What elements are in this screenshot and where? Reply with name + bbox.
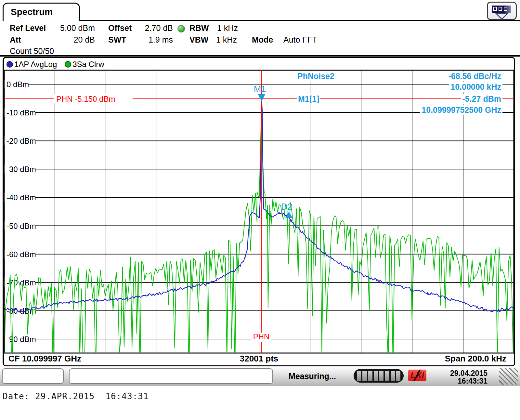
att-label: Att xyxy=(10,35,21,45)
swt-value[interactable]: 1.9 ms xyxy=(136,35,173,45)
status-time: 16:43:31 xyxy=(422,377,488,386)
tab-spectrum[interactable]: Spectrum xyxy=(3,3,80,21)
y-axis-tick: 0 dBm xyxy=(6,80,29,89)
phn-vertical-label: PHN xyxy=(253,332,270,341)
display-menu-button[interactable] xyxy=(487,2,517,20)
m1-readout-label[interactable]: M1[1] xyxy=(297,94,320,104)
vbw-label: VBW xyxy=(189,35,208,45)
phnoise-value: -68.56 dBc/Hz xyxy=(447,72,502,81)
m1-freq-value: 10.09999752500 GHz xyxy=(420,105,502,115)
count-value: Count 50/50 xyxy=(10,46,54,56)
marker-m1-label: M1 xyxy=(254,84,266,94)
header-separator xyxy=(0,55,520,57)
marker-d2[interactable] xyxy=(285,212,292,218)
window-bar-icon xyxy=(492,6,511,13)
vbw-value[interactable]: 1 kHz xyxy=(216,35,237,45)
rbw-label: RBW xyxy=(189,23,209,33)
instrument-screen: Spectrum Ref Level 5.00 dBm Offset 2.70 … xyxy=(0,0,520,420)
y-axis-tick: -40 dBm xyxy=(6,193,36,202)
resize-grip[interactable] xyxy=(499,368,518,385)
mode-value[interactable]: Auto FFT xyxy=(283,35,317,45)
spectrum-plot[interactable]: 0 dBm-10 dBm-20 dBm-30 dBm-40 dBm-50 dBm… xyxy=(4,58,514,365)
softkey-slot-2[interactable] xyxy=(69,368,273,384)
status-led-icon xyxy=(177,25,185,33)
status-bar: Measuring... LXI 29.04.2015 16:43:31 xyxy=(0,367,520,386)
ref-level-value[interactable]: 5.00 dBm xyxy=(52,23,95,33)
softkey-slot-1[interactable] xyxy=(2,368,64,384)
tabbar-divider xyxy=(3,20,520,21)
chevron-down-icon xyxy=(488,13,516,20)
phnoise-offset: 10.00000 kHz xyxy=(449,82,502,92)
center-frequency[interactable]: CF 10.099997 GHz xyxy=(8,354,81,364)
offset-value[interactable]: 2.70 dB xyxy=(136,23,173,33)
swt-label: SWT xyxy=(108,35,126,45)
y-axis-tick: -70 dBm xyxy=(6,278,36,287)
y-axis-tick: -60 dBm xyxy=(6,250,36,259)
marker-d2-label: D2 xyxy=(281,202,292,212)
y-axis-tick: -10 dBm xyxy=(6,108,36,117)
y-axis-tick: -50 dBm xyxy=(6,222,36,230)
tab-title: Spectrum xyxy=(11,7,53,17)
offset-label: Offset xyxy=(108,23,132,33)
y-axis-tick: -20 dBm xyxy=(6,137,36,145)
trace-3sa-clrw xyxy=(4,103,513,365)
status-date: 29.04.2015 xyxy=(422,369,488,378)
sweep-progress-bar xyxy=(354,369,404,383)
m1-level-value: -5.27 dBm xyxy=(461,94,502,104)
diagram-area: 1AP AvgLog 3Sa Clrw 0 dBm-10 dBm-20 dBm-… xyxy=(3,57,515,366)
hardcopy-date-caption: Date: 29.APR.2015 16:43:31 xyxy=(3,391,149,401)
measuring-status: Measuring... xyxy=(289,372,336,381)
sweep-points: 32001 pts xyxy=(240,354,279,364)
att-value[interactable]: 20 dB xyxy=(52,35,95,45)
y-axis-tick: -30 dBm xyxy=(6,165,36,174)
rbw-value[interactable]: 1 kHz xyxy=(217,23,238,33)
phn-level-label: PHN -5.150 dBm xyxy=(56,95,115,103)
ref-level-label: Ref Level xyxy=(10,23,46,33)
phnoise-label[interactable]: PhNoise2 xyxy=(296,72,335,81)
span-value[interactable]: Span 200.0 kHz xyxy=(445,354,506,364)
mode-label: Mode xyxy=(252,35,273,45)
